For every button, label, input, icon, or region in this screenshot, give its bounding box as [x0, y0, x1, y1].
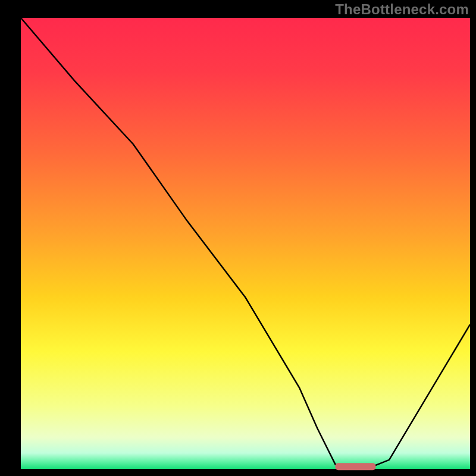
gradient-background — [21, 18, 470, 469]
chart-svg — [0, 0, 476, 476]
watermark-text: TheBottleneck.com — [335, 1, 469, 18]
optimum-marker — [336, 463, 376, 470]
bottleneck-chart: TheBottleneck.com — [0, 0, 476, 476]
